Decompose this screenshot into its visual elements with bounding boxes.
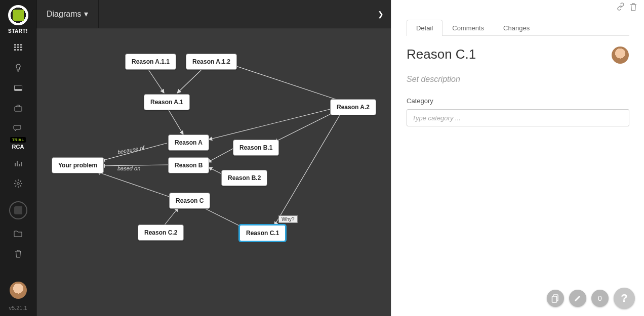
node-reason-c1[interactable]: Reason C.1 (239, 224, 286, 242)
delete-icon[interactable] (630, 3, 637, 13)
node-reason-b[interactable]: Reason B (168, 157, 209, 173)
category-label: Category (407, 97, 433, 105)
tab-detail[interactable]: Detail (407, 20, 442, 36)
svg-rect-11 (15, 107, 22, 111)
svg-rect-4 (17, 47, 19, 48)
node-reason-b2[interactable]: Reason B.2 (221, 170, 267, 186)
version-label: v5.21.1 (9, 305, 27, 311)
caret-down-icon: ▾ (84, 9, 88, 19)
chevron-right-icon[interactable]: ❯ (371, 10, 391, 18)
node-reason-c2[interactable]: Reason C.2 (138, 224, 184, 241)
svg-point-12 (17, 183, 19, 185)
svg-rect-7 (17, 49, 19, 51)
why-tag[interactable]: Why? (278, 215, 298, 223)
gear-icon[interactable] (13, 179, 23, 188)
edit-fab[interactable] (569, 290, 586, 307)
lightbulb-icon[interactable] (13, 63, 23, 72)
fab-bar: 0 ? (547, 288, 635, 309)
help-fab[interactable]: ? (614, 288, 635, 309)
detail-panel: Detail Comments Changes Reason C.1 Set d… (391, 0, 644, 316)
rca-label[interactable]: RCA (12, 144, 24, 150)
svg-rect-8 (20, 49, 22, 51)
grid-icon[interactable] (13, 43, 23, 52)
node-reason-a2[interactable]: Reason A.2 (330, 99, 376, 115)
panel-title[interactable]: Reason C.1 (407, 47, 476, 62)
chat-icon[interactable] (13, 124, 23, 133)
panel-tabs: Detail Comments Changes (407, 19, 629, 36)
card-icon[interactable] (13, 83, 23, 93)
svg-rect-6 (14, 49, 16, 51)
node-your-problem[interactable]: Your problem (52, 157, 104, 173)
svg-rect-1 (17, 44, 19, 46)
diagrams-tab-label: Diagrams (47, 10, 81, 19)
trial-badge: TRIAL (10, 137, 26, 143)
node-reason-a1[interactable]: Reason A.1 (144, 94, 190, 110)
start-label[interactable]: START! (8, 28, 28, 34)
link-icon[interactable] (617, 3, 625, 13)
owner-avatar[interactable] (612, 47, 629, 64)
node-reason-c[interactable]: Reason C (169, 193, 210, 209)
svg-rect-0 (14, 44, 16, 46)
briefcase-icon[interactable] (13, 104, 23, 113)
user-avatar[interactable] (10, 282, 27, 299)
category-input[interactable] (407, 109, 629, 126)
node-reason-a11[interactable]: Reason A.1.1 (125, 54, 176, 70)
folder-icon[interactable] (14, 230, 22, 239)
secondary-logo[interactable] (9, 201, 27, 219)
bars-icon[interactable] (13, 159, 23, 168)
left-rail: START! TRIAL RCA (0, 0, 36, 316)
tab-comments[interactable]: Comments (442, 20, 494, 36)
svg-rect-2 (20, 44, 22, 46)
canvas-topbar: Diagrams ▾ ❯ (36, 0, 391, 28)
svg-rect-3 (14, 47, 16, 48)
svg-rect-14 (552, 296, 557, 302)
app-logo[interactable] (8, 5, 28, 25)
svg-rect-5 (20, 47, 22, 48)
node-reason-b1[interactable]: Reason B.1 (233, 140, 279, 156)
count-fab[interactable]: 0 (591, 290, 609, 307)
copy-fab[interactable] (547, 290, 564, 307)
diagram-canvas[interactable]: Your problem Reason A Reason B Reason C … (36, 28, 391, 316)
node-reason-a12[interactable]: Reason A.1.2 (186, 54, 237, 70)
svg-rect-10 (14, 89, 22, 91)
tab-changes[interactable]: Changes (494, 20, 539, 36)
node-reason-a[interactable]: Reason A (168, 134, 209, 151)
trash-icon[interactable] (15, 250, 22, 260)
diagrams-tab[interactable]: Diagrams ▾ (36, 0, 99, 28)
description-placeholder[interactable]: Set description (407, 75, 460, 84)
